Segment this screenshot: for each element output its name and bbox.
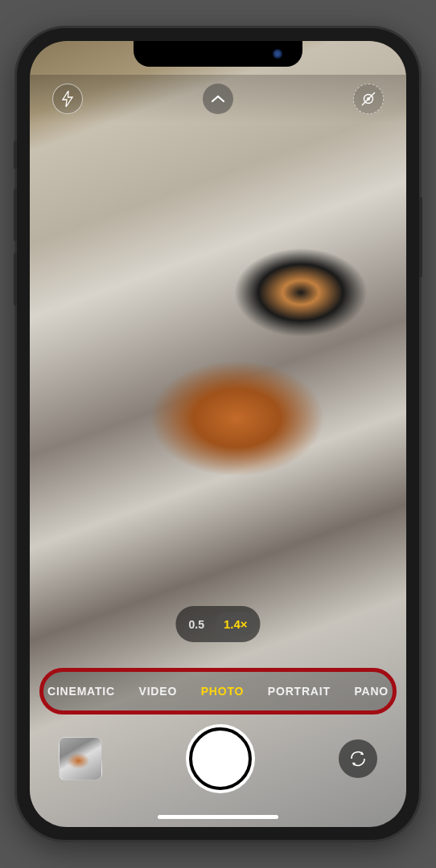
zoom-option-0-5[interactable]: 0.5 xyxy=(180,613,212,636)
flash-button[interactable] xyxy=(52,84,83,114)
front-camera xyxy=(273,49,282,59)
power-button xyxy=(419,197,422,277)
notch xyxy=(134,41,302,67)
zoom-selector[interactable]: 0.5 1.4× xyxy=(175,606,260,642)
chevron-up-icon xyxy=(211,94,225,104)
mode-photo[interactable]: PHOTO xyxy=(201,685,245,698)
mode-video[interactable]: VIDEO xyxy=(139,685,178,698)
home-indicator[interactable] xyxy=(158,815,278,819)
mode-portrait[interactable]: PORTRAIT xyxy=(268,685,331,698)
live-photo-button[interactable] xyxy=(353,84,384,114)
bottom-controls xyxy=(30,723,406,795)
mode-pano[interactable]: PANO xyxy=(354,685,389,698)
phone-frame: 0.5 1.4× CINEMATIC VIDEO PHOTO PORTRAIT … xyxy=(17,28,419,840)
camera-options-button[interactable] xyxy=(203,84,233,114)
last-photo-thumbnail[interactable] xyxy=(59,737,102,780)
shutter-button[interactable] xyxy=(189,727,252,790)
zoom-option-1-4[interactable]: 1.4× xyxy=(216,612,256,636)
camera-flip-icon xyxy=(348,748,368,769)
flash-icon xyxy=(61,91,74,107)
top-controls xyxy=(30,75,406,123)
camera-flip-button[interactable] xyxy=(339,739,377,778)
silence-switch xyxy=(14,141,17,169)
screen: 0.5 1.4× CINEMATIC VIDEO PHOTO PORTRAIT … xyxy=(30,41,406,827)
mode-cinematic[interactable]: CINEMATIC xyxy=(47,685,115,698)
mode-selector[interactable]: CINEMATIC VIDEO PHOTO PORTRAIT PANO xyxy=(39,668,397,714)
volume-down-button xyxy=(14,253,17,305)
mode-selector-region: CINEMATIC VIDEO PHOTO PORTRAIT PANO xyxy=(39,668,397,714)
volume-up-button xyxy=(14,189,17,241)
live-photo-off-icon xyxy=(360,90,377,108)
